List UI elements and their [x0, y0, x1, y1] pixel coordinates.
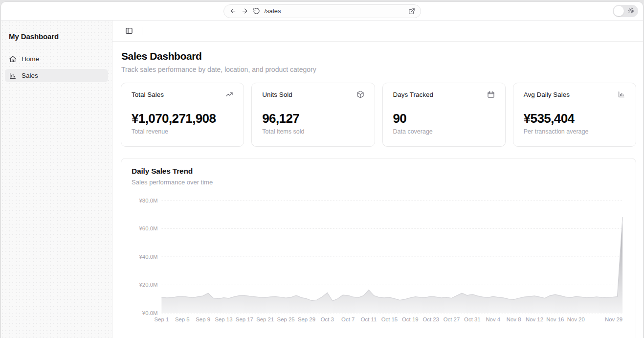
sidebar-toggle-button[interactable] — [125, 27, 133, 35]
y-tick-label: ¥60.0M — [139, 225, 158, 231]
stat-caption: Per transaction average — [524, 128, 625, 135]
area-series — [161, 217, 622, 313]
stat-card-units-sold: Units Sold 96,127 Total items sold — [251, 83, 375, 147]
x-tick-label: Sep 13 — [215, 316, 232, 322]
x-tick-label: Sep 1 — [155, 316, 169, 322]
x-tick-label: Nov 20 — [567, 316, 585, 322]
sidebar-title: My Dashboard — [5, 26, 108, 45]
home-icon — [9, 55, 17, 63]
sparkle-cursor-icon — [627, 7, 636, 15]
stat-card-days-tracked: Days Tracked 90 Data coverage — [382, 83, 506, 147]
sidebar-nav: Home Sales — [5, 52, 108, 82]
x-tick-label: Nov 8 — [507, 316, 521, 322]
browser-topbar: /sales — [1, 2, 643, 21]
forward-icon[interactable] — [241, 7, 248, 15]
x-tick-label: Sep 29 — [298, 316, 315, 322]
daily-sales-trend-card: Daily Sales Trend Sales performance over… — [121, 158, 636, 338]
x-tick-label: Oct 3 — [321, 316, 334, 322]
series-line — [161, 217, 622, 301]
x-tick-label: Oct 19 — [402, 316, 419, 322]
stat-caption: Total items sold — [262, 128, 364, 135]
main-header — [112, 21, 643, 42]
page-content: Sales Dashboard Track sales performance … — [112, 42, 643, 338]
stat-value: ¥535,404 — [524, 111, 625, 126]
header-divider — [142, 27, 142, 35]
toggle-knob[interactable] — [614, 6, 624, 16]
back-icon[interactable] — [229, 7, 237, 15]
y-tick-label: ¥40.0M — [139, 254, 158, 260]
x-tick-label: Oct 15 — [381, 316, 398, 322]
y-tick-label: ¥0.0M — [142, 310, 158, 316]
main-panel: Sales Dashboard Track sales performance … — [112, 21, 643, 338]
ai-toggle[interactable] — [613, 5, 638, 17]
page-title: Sales Dashboard — [121, 50, 636, 62]
stat-card-avg-daily-sales: Avg Daily Sales ¥535,404 Per transaction… — [513, 83, 636, 147]
url-text[interactable]: /sales — [265, 7, 404, 15]
bar-chart-icon — [618, 90, 625, 98]
x-tick-label: Oct 11 — [361, 316, 377, 322]
stats-grid: Total Sales ¥1,070,271,908 Total revenue… — [121, 83, 636, 147]
package-icon — [356, 90, 364, 98]
stat-title: Units Sold — [262, 91, 292, 98]
x-tick-label: Nov 16 — [546, 316, 564, 322]
x-tick-label: Oct 27 — [444, 316, 460, 322]
x-tick-label: Oct 23 — [422, 316, 439, 322]
calendar-icon — [487, 90, 495, 98]
stat-value: 90 — [393, 111, 495, 126]
stat-value: ¥1,070,271,908 — [132, 111, 233, 126]
sidebar: My Dashboard Home Sales — [1, 21, 112, 338]
page-subtitle: Track sales performance by date, locatio… — [121, 66, 636, 73]
reload-icon[interactable] — [253, 7, 260, 15]
external-link-icon[interactable] — [408, 8, 415, 15]
x-tick-label: Sep 21 — [256, 316, 274, 322]
address-bar[interactable]: /sales — [223, 4, 421, 18]
x-tick-label: Oct 31 — [464, 316, 481, 322]
sidebar-item-sales[interactable]: Sales — [5, 69, 108, 82]
area-chart[interactable]: ¥0.0M¥20.0M¥40.0M¥60.0M¥80.0MSep 1Sep 5S… — [132, 195, 625, 324]
x-tick-label: Oct 7 — [341, 316, 355, 322]
browser-window: /sales My Dashboard — [1, 2, 643, 338]
stat-caption: Total revenue — [132, 128, 233, 135]
sidebar-item-label: Home — [22, 55, 39, 63]
stat-value: 96,127 — [262, 111, 364, 126]
x-tick-label: Sep 17 — [236, 316, 253, 322]
x-tick-label: Nov 4 — [486, 316, 500, 322]
x-tick-label: Sep 9 — [196, 316, 210, 322]
y-tick-label: ¥20.0M — [139, 282, 158, 288]
stat-caption: Data coverage — [393, 128, 495, 135]
sidebar-item-home[interactable]: Home — [5, 52, 108, 66]
chart-title: Daily Sales Trend — [132, 167, 625, 176]
x-tick-label: Nov 29 — [605, 316, 622, 322]
x-tick-label: Nov 12 — [526, 316, 543, 322]
bar-chart-icon — [9, 72, 17, 80]
stat-card-total-sales: Total Sales ¥1,070,271,908 Total revenue — [121, 83, 244, 147]
sidebar-item-label: Sales — [22, 72, 38, 79]
stat-title: Days Tracked — [393, 91, 434, 98]
y-tick-label: ¥80.0M — [139, 198, 158, 203]
stat-title: Total Sales — [132, 91, 164, 98]
stat-title: Avg Daily Sales — [524, 91, 570, 98]
trending-up-icon — [225, 90, 233, 98]
x-tick-label: Sep 25 — [277, 316, 295, 322]
x-tick-label: Sep 5 — [175, 316, 190, 322]
chart-subtitle: Sales performance over time — [132, 179, 625, 186]
